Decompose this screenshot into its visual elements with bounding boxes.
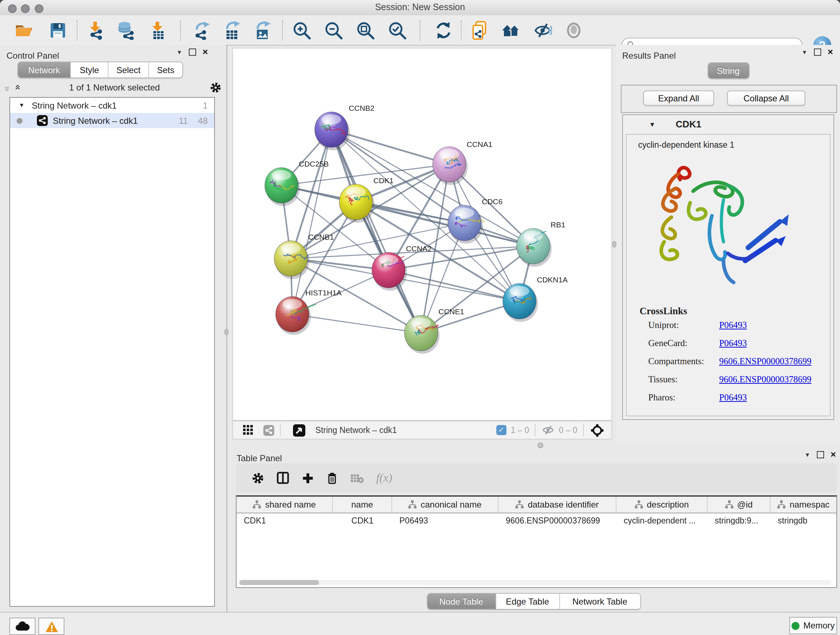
network-node-CDKN1A[interactable]: CDKN1A bbox=[503, 276, 568, 322]
svg-text:CDC6: CDC6 bbox=[482, 197, 502, 206]
reset-view-crosshair-icon[interactable] bbox=[591, 423, 604, 437]
tab-network-table[interactable]: Network Table bbox=[559, 594, 640, 609]
gene-section-header[interactable]: ▼ CDK1 bbox=[623, 115, 834, 133]
table-row[interactable]: CDK1 CDK1 P06493 9606.ENSP00000378699 cy… bbox=[237, 513, 836, 527]
crosslink-row: Tissues:9606.ENSP00000378699 bbox=[648, 374, 830, 385]
svg-text:CDKN1A: CDKN1A bbox=[537, 276, 568, 284]
tab-style[interactable]: Style bbox=[70, 62, 108, 78]
toolbar-separator bbox=[282, 20, 284, 41]
network-node-RB1[interactable]: RB1 bbox=[516, 220, 565, 267]
results-tabs: String bbox=[616, 62, 840, 79]
panel-float-icon[interactable] bbox=[817, 451, 824, 458]
panel-menu-icon[interactable]: ▼ bbox=[802, 49, 807, 55]
tab-network[interactable]: Network bbox=[18, 62, 70, 78]
zoom-fit-button[interactable] bbox=[356, 21, 375, 40]
panel-close-icon[interactable]: × bbox=[202, 49, 208, 55]
cell-canonical-name[interactable]: P06493 bbox=[392, 516, 499, 524]
import-network-from-file-button[interactable] bbox=[86, 21, 105, 40]
zoom-out-button[interactable] bbox=[324, 21, 343, 40]
column-header-namespace[interactable]: namespac bbox=[771, 497, 836, 513]
refresh-view-button[interactable] bbox=[434, 21, 453, 40]
network-row[interactable]: String Network – cdk1 11 48 bbox=[10, 113, 214, 128]
expand-all-button[interactable]: Expand All bbox=[643, 90, 714, 106]
svg-text:CCNA1: CCNA1 bbox=[467, 140, 493, 149]
panel-float-icon[interactable] bbox=[814, 49, 821, 56]
crosslink-genecard[interactable]: P06493 bbox=[719, 338, 747, 348]
open-session-button[interactable] bbox=[14, 21, 33, 40]
column-header-database-identifier[interactable]: database identifier bbox=[499, 497, 616, 513]
table-toolbar: f(x) bbox=[236, 463, 837, 492]
clone-network-button[interactable] bbox=[470, 21, 489, 40]
hide-unhide-button[interactable] bbox=[533, 21, 552, 40]
grid-view-icon[interactable] bbox=[243, 425, 253, 435]
network-node-CCNA1[interactable]: CCNA1 bbox=[433, 140, 493, 185]
zoom-in-button[interactable] bbox=[292, 21, 311, 40]
cell-description[interactable]: cyclin-dependent ... bbox=[616, 516, 707, 524]
cloud-status-button[interactable] bbox=[9, 618, 35, 635]
tab-select[interactable]: Select bbox=[108, 62, 148, 78]
panel-float-icon[interactable] bbox=[189, 49, 196, 56]
collection-expander-icon[interactable]: ▼ bbox=[19, 102, 25, 109]
delete-column-icon[interactable] bbox=[326, 471, 338, 485]
cell-shared-name[interactable]: CDK1 bbox=[237, 516, 333, 524]
import-table-from-file-button[interactable] bbox=[148, 21, 167, 40]
cell-database-identifier[interactable]: 9606.ENSP00000378699 bbox=[499, 516, 616, 524]
network-node-CDK1[interactable]: CDK1 bbox=[339, 176, 393, 223]
network-node-HIST1H1A[interactable]: HIST1H1A bbox=[276, 288, 341, 335]
expand-all-icon[interactable]: » bbox=[12, 86, 23, 89]
tab-node-table[interactable]: Node Table bbox=[427, 594, 495, 609]
cell-name[interactable]: CDK1 bbox=[333, 516, 392, 524]
column-header-description[interactable]: description bbox=[616, 497, 707, 513]
node-table: shared name name canonical name database… bbox=[236, 495, 837, 588]
section-expander-icon[interactable]: ▼ bbox=[649, 120, 655, 128]
network-node-CDC25B[interactable]: CDC25B bbox=[265, 160, 329, 206]
zoom-selected-button[interactable] bbox=[388, 21, 407, 40]
warnings-button[interactable] bbox=[38, 618, 65, 635]
crosslink-compartments[interactable]: 9606.ENSP00000378699 bbox=[719, 356, 812, 366]
crosslink-tissues[interactable]: 9606.ENSP00000378699 bbox=[719, 374, 812, 385]
table-horizontal-scrollbar[interactable] bbox=[238, 580, 831, 585]
column-header-canonical-name[interactable]: canonical name bbox=[392, 497, 499, 513]
panel-close-icon[interactable]: × bbox=[828, 49, 833, 55]
eye-disabled-icon bbox=[564, 21, 583, 40]
column-header-shared-name[interactable]: shared name bbox=[237, 497, 333, 513]
export-table-button[interactable] bbox=[223, 21, 242, 40]
column-header-id[interactable]: @id bbox=[707, 497, 771, 513]
horizontal-splitter-handle[interactable] bbox=[538, 442, 543, 448]
crosslink-row: Uniprot:P06493 bbox=[648, 320, 830, 331]
export-image-button[interactable] bbox=[253, 21, 272, 40]
scrollbar-thumb[interactable] bbox=[240, 580, 319, 585]
network-view-icon[interactable] bbox=[264, 424, 274, 435]
cell-id[interactable]: stringdb:9... bbox=[707, 516, 771, 524]
crosslink-uniprot[interactable]: P06493 bbox=[719, 320, 747, 330]
results-panel-dock-controls: ▼ × bbox=[802, 49, 833, 56]
panel-menu-icon[interactable]: ▼ bbox=[805, 451, 810, 458]
import-network-from-database-button[interactable] bbox=[117, 21, 135, 40]
crosslink-pharos[interactable]: P06493 bbox=[719, 393, 747, 402]
panel-close-icon[interactable]: × bbox=[831, 452, 836, 458]
home-panel-button[interactable] bbox=[501, 21, 520, 40]
birdseye-view-icon[interactable] bbox=[293, 424, 305, 436]
table-options-gear-icon[interactable] bbox=[252, 472, 264, 484]
export-network-button[interactable] bbox=[193, 21, 211, 40]
svg-text:CDC25B: CDC25B bbox=[299, 160, 329, 168]
right-splitter-handle[interactable] bbox=[612, 241, 616, 248]
crosslink-label: GeneCard: bbox=[648, 338, 719, 349]
panel-menu-icon[interactable]: ▼ bbox=[177, 49, 182, 55]
tab-edge-table[interactable]: Edge Table bbox=[495, 594, 559, 609]
cell-namespace[interactable]: stringdb bbox=[771, 516, 836, 524]
tab-sets[interactable]: Sets bbox=[148, 62, 182, 78]
left-splitter-handle[interactable] bbox=[224, 329, 229, 335]
network-canvas[interactable]: CCNB2CCNA1CDC25BCDK1CDC6RB1CCNB1CCNA2CDK… bbox=[233, 49, 611, 420]
network-options-gear-icon[interactable] bbox=[210, 82, 221, 93]
add-column-icon[interactable] bbox=[302, 472, 314, 484]
tab-string[interactable]: String bbox=[708, 63, 748, 78]
show-columns-icon[interactable] bbox=[276, 471, 289, 485]
column-header-name[interactable]: name bbox=[333, 497, 392, 513]
memory-button[interactable]: Memory bbox=[789, 617, 837, 634]
network-collection-row[interactable]: ▼ String Network – cdk1 1 bbox=[10, 98, 214, 113]
network-node-CCNB2[interactable]: CCNB2 bbox=[315, 104, 374, 150]
selected-checkbox-icon[interactable]: ✓ bbox=[496, 425, 507, 435]
collapse-all-button[interactable]: Collapse All bbox=[727, 90, 805, 106]
save-session-button[interactable] bbox=[49, 21, 67, 40]
